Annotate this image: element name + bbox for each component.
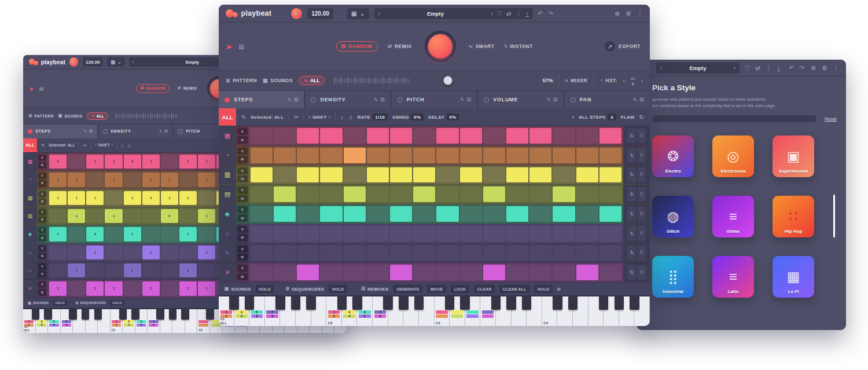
step-cell[interactable] [367, 148, 389, 163]
pencil-icon[interactable]: ✎ [287, 97, 291, 102]
pattern-toggle[interactable]: ≣ PATTERN [226, 78, 257, 83]
mute-button[interactable]: M [237, 234, 248, 241]
step-cell[interactable] [483, 167, 505, 183]
solo-button[interactable]: S [38, 246, 46, 252]
dice-icon[interactable]: ⚄ [553, 97, 557, 102]
row-swap-button[interactable]: ⇅ [627, 246, 635, 261]
step-cell[interactable] [599, 226, 621, 241]
step-cell[interactable] [460, 265, 482, 280]
step-cell[interactable] [390, 246, 412, 261]
step-cell[interactable] [124, 246, 141, 259]
tab-pan[interactable]: PAN ✎⚄ [565, 91, 650, 108]
step-cell[interactable] [198, 227, 215, 241]
step-cell[interactable] [436, 265, 458, 280]
step-cell[interactable] [124, 209, 141, 223]
step-cell[interactable]: 9 [86, 227, 104, 241]
step-cell[interactable] [68, 227, 85, 241]
step-cell[interactable] [49, 263, 67, 277]
step-cell[interactable] [483, 265, 505, 280]
play-button[interactable]: ▶ [69, 57, 78, 66]
step-cell[interactable] [390, 226, 412, 241]
note-icon[interactable]: ♪ [121, 143, 123, 148]
row-drag-handle[interactable]: ⠿ [638, 129, 646, 144]
step-cell[interactable]: 1 [124, 227, 141, 241]
dice-icon[interactable]: ⚄ [380, 97, 384, 102]
rate-control[interactable]: RATE 1/16 [357, 113, 388, 121]
all-tracks-tab[interactable]: ALL [23, 138, 37, 152]
step-cell[interactable] [320, 206, 342, 222]
step-cell[interactable]: 1 [198, 173, 215, 186]
dice-icon[interactable]: ⚄ [164, 129, 168, 134]
piano-key-black[interactable] [306, 296, 315, 310]
step-cell[interactable] [179, 209, 197, 223]
step-cell[interactable] [506, 128, 528, 144]
step-cell[interactable] [344, 148, 366, 163]
kebab-icon[interactable]: ⋮ [766, 65, 772, 71]
piano-key-black[interactable] [553, 296, 562, 310]
step-cell[interactable] [297, 206, 319, 222]
clear-button[interactable]: CLEAR [474, 285, 495, 292]
piano-key-black[interactable] [491, 296, 501, 310]
rate-value[interactable]: 1/16 [373, 113, 388, 121]
step-cell[interactable] [251, 226, 273, 241]
main-knob[interactable] [424, 31, 455, 62]
row-swap-button[interactable]: ⇅ [627, 129, 635, 144]
piano-key-black[interactable] [522, 296, 531, 310]
fader2-icon[interactable]: ▤ [23, 207, 37, 225]
notes-icon[interactable]: ♫ [127, 143, 130, 148]
chevron-right-icon[interactable]: › [734, 65, 736, 71]
step-cell[interactable] [553, 206, 575, 222]
step-cell[interactable] [506, 186, 528, 202]
solo-button[interactable]: S [237, 265, 248, 272]
step-cell[interactable] [460, 167, 482, 183]
tab-steps[interactable]: STEPS ✎⚄ [23, 124, 97, 138]
step-cell[interactable]: 1 [142, 173, 160, 186]
chevron-right-icon[interactable]: › [641, 78, 643, 84]
solo-button[interactable]: S [237, 167, 248, 174]
step-cell[interactable] [390, 186, 412, 202]
history-button[interactable]: ◔ HST. [599, 78, 617, 83]
step-cell[interactable] [68, 246, 85, 259]
dice-icon[interactable]: ⚄ [467, 97, 471, 102]
solo-button[interactable]: S [38, 173, 46, 179]
piano-key-black[interactable] [44, 309, 52, 320]
step-cell[interactable] [436, 206, 458, 222]
delay-control[interactable]: DELAY 0% [428, 113, 459, 121]
mute-button[interactable]: M [237, 175, 248, 182]
sounds-toggle[interactable]: ▦ SOUNDS [58, 114, 83, 118]
step-cell[interactable] [576, 206, 598, 222]
step-cell[interactable] [297, 265, 319, 280]
step-cell[interactable] [576, 246, 598, 261]
all-toggle[interactable]: ∿ ALL [87, 112, 108, 120]
mute-button[interactable]: M [38, 162, 46, 168]
step-cell[interactable] [436, 148, 458, 163]
dice-icon[interactable]: ⚄ [640, 97, 644, 102]
pencil-icon[interactable]: ✎ [546, 97, 550, 102]
pencil-icon[interactable]: ✎ [633, 97, 637, 102]
step-cell[interactable] [198, 191, 215, 205]
step-cell[interactable] [274, 167, 296, 183]
mute-button[interactable]: M [38, 271, 46, 277]
step-cell[interactable]: 1 [198, 246, 215, 259]
step-cell[interactable] [390, 128, 412, 144]
preset-bar[interactable]: ‹ Empty › [656, 63, 740, 74]
step-cell[interactable] [506, 167, 528, 183]
note-icon[interactable]: ♪ [340, 114, 343, 120]
piano-key-black[interactable] [131, 309, 139, 320]
sounds-toggle[interactable]: ▦ SOUNDS [263, 78, 293, 83]
step-cell[interactable] [413, 186, 435, 202]
row-drag-handle[interactable]: ⠿ [638, 207, 646, 222]
piano-key-black[interactable] [94, 309, 102, 320]
step-cell[interactable] [161, 155, 178, 168]
mute-button[interactable]: M [38, 289, 46, 295]
style-tile-experimental[interactable]: ▣Experimental [773, 135, 814, 177]
piano-key-black[interactable] [32, 309, 39, 320]
step-cell[interactable]: 1 [198, 281, 215, 295]
tab-volume[interactable]: VOLUME ✎⚄ [478, 91, 563, 108]
step-cell[interactable] [320, 246, 342, 261]
play-icon[interactable]: ▶ [227, 43, 232, 50]
lock-button[interactable]: LOCK [451, 285, 469, 292]
piano-key-black[interactable] [599, 296, 608, 310]
step-cell[interactable] [413, 246, 435, 261]
step-cell[interactable] [367, 226, 389, 241]
